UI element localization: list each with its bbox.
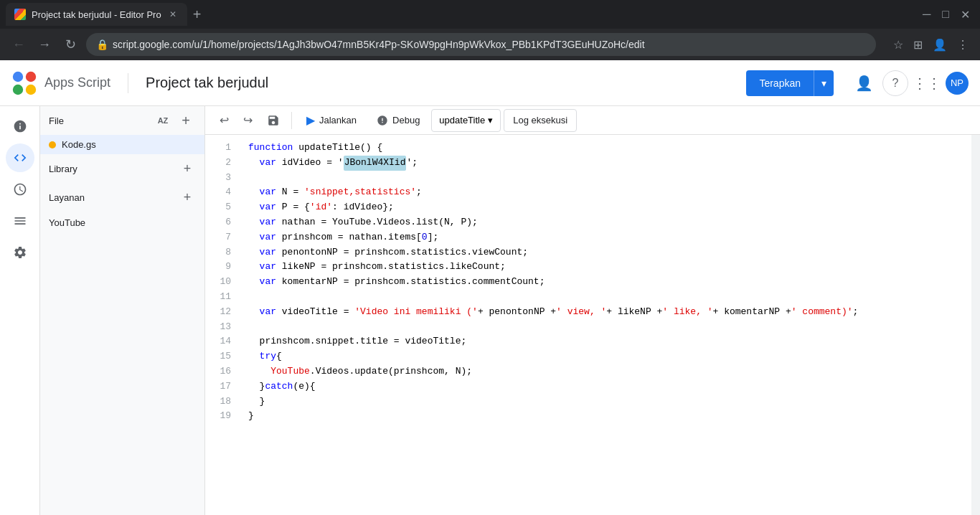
minimize-btn[interactable]: ─ [918, 5, 935, 24]
code-line-6: var nathan = YouTube.Videos.list(N, P); [248, 215, 963, 230]
profile-icon[interactable]: 👤 [930, 35, 950, 55]
back-button[interactable]: ← [9, 34, 29, 55]
tab-favicon [14, 9, 26, 20]
logo-svg [11, 70, 37, 96]
project-name-label: Project tak berjudul [146, 75, 268, 91]
address-bar-row: ← → ↻ 🔒 script.google.com/u/1/home/proje… [0, 29, 980, 60]
run-button[interactable]: ▶ Jalankan [298, 109, 365, 132]
help-button[interactable]: ? [882, 70, 908, 96]
log-button[interactable]: Log eksekusi [504, 109, 577, 132]
bookmark-icon[interactable]: ☆ [890, 35, 906, 55]
editor-container: ↩ ↪ ▶ Jalankan Debug updateTitle ▾ Log e… [205, 106, 980, 515]
header-actions: Terapkan ▾ 👤 ? ⋮⋮ NP [746, 70, 969, 96]
function-dropdown-icon: ▾ [488, 115, 493, 126]
sidebar-icon-list[interactable] [6, 207, 34, 235]
function-name: updateTitle [439, 115, 485, 126]
tab-close-btn[interactable]: ✕ [167, 9, 179, 20]
layanan-label: Layanan [49, 192, 179, 203]
library-label: Library [49, 164, 179, 174]
apps-grid-button[interactable]: ⋮⋮ [914, 70, 940, 96]
refresh-button[interactable]: ↻ [60, 34, 80, 55]
user-avatar[interactable]: NP [946, 72, 969, 95]
svg-point-3 [26, 84, 36, 94]
file-panel-actions: AZ + [153, 110, 196, 131]
code-line-2: var idVideo = 'JBonlW4XIid'; [248, 156, 963, 171]
close-window-btn[interactable]: ✕ [956, 5, 974, 24]
run-icon: ▶ [306, 113, 315, 127]
svg-point-0 [13, 71, 23, 81]
code-line-14: prinshcom.snippet.title = videoTitle; [248, 334, 963, 349]
debug-label: Debug [392, 115, 420, 126]
tab-title: Project tak berjudul - Editor Pro [32, 9, 161, 20]
sidebar-item-library[interactable]: Library + [40, 154, 204, 183]
code-line-15: try{ [248, 349, 963, 364]
sidebar-icon-info[interactable] [6, 112, 34, 141]
file-panel-header: File AZ + [40, 106, 204, 135]
code-line-18: } [248, 394, 963, 410]
svg-point-1 [26, 71, 36, 81]
file-dot-icon [49, 141, 56, 148]
sidebar-item-layanan[interactable]: Layanan + [40, 183, 204, 212]
code-line-10: var komentarNP = prinshcom.statistics.co… [248, 275, 963, 290]
editor-scrollbar[interactable] [971, 135, 980, 515]
add-file-button[interactable]: + [176, 110, 196, 131]
editor-toolbar: ↩ ↪ ▶ Jalankan Debug updateTitle ▾ Log e… [205, 106, 980, 135]
url-text: script.google.com/u/1/home/projects/1AgJ… [113, 39, 645, 50]
browser-chrome: Project tak berjudul - Editor Pro ✕ + ─ … [0, 0, 980, 29]
tab-bar: Project tak berjudul - Editor Pro ✕ + [6, 3, 204, 26]
code-editor[interactable]: 1 2 3 4 5 6 7 8 9 10 11 12 13 14 15 16 1… [205, 135, 980, 515]
function-selector[interactable]: updateTitle ▾ [431, 109, 501, 132]
code-line-1: function updateTitle() { [248, 141, 963, 156]
code-line-11 [248, 290, 963, 305]
sort-button[interactable]: AZ [153, 110, 173, 131]
code-line-12: var videoTitle = 'Video ini memiliki ('+… [248, 305, 963, 320]
code-line-3 [248, 171, 963, 186]
svg-point-2 [13, 84, 23, 94]
file-panel-title: File [49, 115, 153, 126]
maximize-btn[interactable]: □ [938, 5, 953, 24]
new-tab-button[interactable]: + [190, 4, 204, 26]
header-divider [128, 73, 128, 93]
add-library-icon[interactable]: + [179, 160, 196, 177]
deploy-dropdown-button[interactable]: ▾ [814, 70, 834, 96]
code-line-7: var prinshcom = nathan.items[0]; [248, 230, 963, 245]
code-line-13 [248, 320, 963, 335]
code-line-9: var likeNP = prinshcom.statistics.likeCo… [248, 260, 963, 275]
code-line-19: } [248, 409, 963, 424]
add-layanan-icon[interactable]: + [179, 189, 196, 206]
address-bar[interactable]: 🔒 script.google.com/u/1/home/projects/1A… [86, 33, 876, 56]
app-header: Apps Script Project tak berjudul Terapka… [0, 60, 980, 106]
sidebar-icon-clock[interactable] [6, 175, 34, 204]
redo-button[interactable]: ↪ [237, 109, 258, 132]
sidebar-icon-settings[interactable] [6, 238, 34, 267]
toolbar-separator-1 [291, 112, 292, 129]
icon-sidebar [0, 106, 40, 515]
main-layout: File AZ + Kode.gs Library + Layanan + Yo… [0, 106, 980, 515]
run-label: Jalankan [319, 115, 357, 126]
extensions-icon[interactable]: ⊞ [910, 35, 925, 55]
file-item-kodejs[interactable]: Kode.gs [40, 135, 204, 154]
code-line-16: YouTube.Videos.update(prinshcom, N); [248, 364, 963, 379]
save-button[interactable] [261, 109, 286, 132]
file-name-label: Kode.gs [62, 139, 96, 150]
active-tab[interactable]: Project tak berjudul - Editor Pro ✕ [6, 3, 187, 26]
file-panel: File AZ + Kode.gs Library + Layanan + Yo… [40, 106, 205, 515]
debug-button[interactable]: Debug [368, 109, 428, 132]
undo-button[interactable]: ↩ [214, 109, 235, 132]
settings-icon[interactable]: ⋮ [954, 35, 971, 55]
app-logo: Apps Script [11, 70, 110, 96]
forward-button[interactable]: → [34, 34, 55, 55]
line-numbers: 1 2 3 4 5 6 7 8 9 10 11 12 13 14 15 16 1… [205, 135, 240, 515]
code-content[interactable]: function updateTitle() { var idVideo = '… [240, 135, 971, 515]
browser-window-controls: ─ □ ✕ [918, 5, 974, 24]
add-person-button[interactable]: 👤 [851, 70, 877, 96]
sidebar-item-youtube[interactable]: YouTube [40, 212, 204, 234]
sidebar-icon-code[interactable] [6, 143, 34, 172]
app-name-label: Apps Script [44, 75, 110, 90]
deploy-button[interactable]: Terapkan [746, 70, 814, 96]
youtube-label: YouTube [49, 217, 196, 228]
address-right-icons: ☆ ⊞ 👤 ⋮ [890, 35, 971, 55]
code-line-4: var N = 'snippet,statistics'; [248, 185, 963, 200]
code-line-17: }catch(e){ [248, 379, 963, 394]
lock-icon: 🔒 [96, 39, 108, 50]
